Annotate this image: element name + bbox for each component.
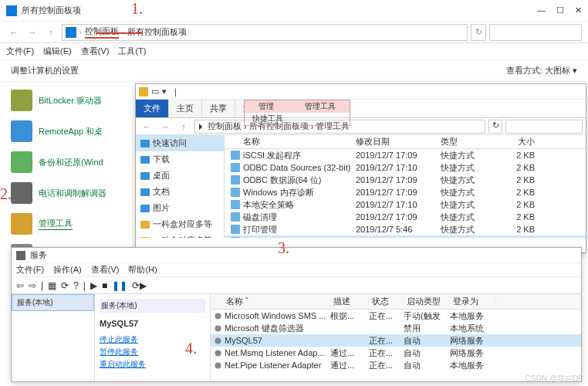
menu-help[interactable]: 帮助(H) [128,264,157,276]
menu-view[interactable]: 查看(V) [81,46,110,57]
nav-up-button[interactable]: ↑ [176,119,191,134]
ctx-group-label: 管理 [245,100,291,113]
service-startup: 自动 [404,347,450,359]
cp-icon [66,27,76,38]
menu-file[interactable]: 文件(F) [16,264,44,276]
sidebar-item[interactable]: 快速访问 [136,135,224,151]
service-row[interactable]: Microsoft 键盘筛选器禁用本地系统 [211,322,581,334]
file-row[interactable]: 本地安全策略2019/12/7 17:10快捷方式2 KB [225,198,586,211]
nav-fwd-button[interactable]: → [25,25,40,40]
col-desc[interactable]: 描述 [330,296,369,307]
service-row[interactable]: Microsoft Windows SMS ...根据...正在...手动(触发… [211,310,581,322]
ctx-group-label2: 管理工具 [291,100,350,113]
tool-refresh[interactable]: ⟳ [61,280,69,291]
cp-item-label: 备份和还原(Wind [39,157,103,168]
search-input[interactable] [505,120,583,134]
service-row[interactable]: Net.Msmq Listener Adap...通过...正在...自动网络服… [211,347,581,359]
view-mode-dropdown[interactable]: 大图标 ▾ [545,66,577,75]
tool-restart[interactable]: ⟳▶ [132,280,147,291]
menu-edit[interactable]: 编辑(E) [43,46,72,57]
menu-view[interactable]: 查看(V) [91,264,120,276]
col-logon[interactable]: 登录为 [450,296,496,307]
file-row[interactable]: 磁盘清理2019/12/7 17:09快捷方式2 KB [225,211,586,223]
file-row[interactable]: Windows 内存诊断2019/12/7 17:09快捷方式2 KB [225,186,586,198]
cp-item-label: RemoteApp 和桌 [39,126,103,137]
minimize-button[interactable]: — [537,5,546,15]
sidebar-item[interactable]: 图片 [136,200,224,216]
file-row[interactable]: 打印管理2019/12/7 5:46快捷方式2 KB [225,223,586,235]
breadcrumb-item[interactable]: 控制面板 [85,25,119,39]
action-stop[interactable]: 停止此服务 [100,334,205,345]
col-name[interactable]: 名称 [225,136,356,147]
refresh-button[interactable]: ↻ [488,120,502,134]
service-startup: 禁用 [404,323,450,334]
action-restart[interactable]: 重启动此服务 [100,359,205,370]
file-row[interactable]: ODBC Data Sources (32-bit)2019/12/7 17:1… [225,161,586,174]
tab-share[interactable]: 共享 [202,100,235,117]
nav-fwd-button[interactable]: → [157,119,173,134]
address-bar[interactable]: › 控制面板 › 所有控制面板项 [62,24,468,41]
win2-navbar: ← → ↑ 🞂 控制面板› 所有控制面板项› 管理工具 ↻ [136,118,586,135]
col-size[interactable]: 大小 [502,136,541,147]
file-size: 2 KB [502,200,541,209]
file-row[interactable]: 服务2019/12/7 17:09快捷方式2 KB [225,235,586,238]
svg-rect-1 [11,120,32,142]
tool-back[interactable]: ⇦ [16,280,24,291]
refresh-button[interactable]: ↻ [471,24,486,41]
folder-icon [140,171,150,181]
nav-back-button[interactable]: ← [6,25,22,40]
file-name: ODBC Data Sources (32-bit) [243,163,350,172]
service-desc: 通过... [330,347,369,359]
sidebar-item[interactable]: 下载 [136,151,224,168]
breadcrumb-item[interactable]: 所有控制面板项 [127,26,187,38]
tree-item-services[interactable]: 服务(本地) [12,294,94,311]
file-row[interactable]: iSCSI 发起程序2019/12/7 17:09快捷方式2 KB [225,149,586,161]
file-date: 2019/12/7 17:10 [356,163,441,172]
sidebar-item[interactable]: 一科盒对应多等 [136,232,224,238]
menu-file[interactable]: 文件(F) [6,46,34,57]
tab-home[interactable]: 主页 [169,100,202,117]
breadcrumb-item[interactable]: 控制面板 [208,120,242,132]
folder-icon [140,188,150,197]
service-status: 正在... [369,347,404,359]
win3-title: 服务 [30,249,47,261]
close-button[interactable]: ✕ [575,5,582,15]
action-pause[interactable]: 暂停此服务 [100,347,205,357]
tool-play[interactable]: ▶ [90,280,97,291]
file-row[interactable]: ODBC 数据源(64 位)2019/12/7 17:09快捷方式2 KB [225,174,586,186]
qa-item[interactable]: ▾ [162,86,167,96]
menu-tools[interactable]: 工具(T) [118,46,146,57]
sidebar-item[interactable]: 文档 [136,184,224,200]
win3-titlebar: 服务 [12,248,581,263]
tool-pause[interactable]: ❚❚ [112,280,127,291]
col-name[interactable]: 名称 ˆ [211,296,330,307]
service-row[interactable]: MySQL57正在...自动网络服务 [211,334,581,347]
tool-props[interactable]: ▦ [48,280,56,291]
tool-export[interactable]: ? [73,280,79,291]
qa-item[interactable]: ▭ [151,86,159,96]
col-startup[interactable]: 启动类型 [404,296,450,307]
tab-file[interactable]: 文件 [136,100,169,117]
svg-rect-19 [231,225,240,234]
nav-up-button[interactable]: ↑ [43,25,59,40]
file-type: 快捷方式 [441,224,502,235]
tool-stop[interactable]: ■ [102,280,107,291]
control-panel-icon [6,5,17,16]
shortcut-icon [231,188,240,197]
col-type[interactable]: 类型 [441,136,502,147]
tool-fwd[interactable]: ⇨ [29,280,36,291]
maximize-button[interactable]: ☐ [556,5,564,15]
sidebar-item[interactable]: 一科盒对应多等 [136,216,224,232]
service-row[interactable]: Net.Pipe Listener Adapter通过...正在...自动本地服… [211,359,581,371]
menu-action[interactable]: 操作(A) [53,264,82,276]
col-date[interactable]: 修改日期 [356,136,441,147]
svg-point-21 [215,313,221,319]
file-type: 快捷方式 [441,187,502,198]
sidebar-item[interactable]: 桌面 [136,168,224,184]
services-icon [16,251,25,260]
svg-rect-17 [231,200,240,209]
nav-back-button[interactable]: ← [139,119,154,134]
ctx-tab-shortcut[interactable]: 快捷工具 [245,113,291,125]
search-input[interactable] [489,24,582,41]
col-status[interactable]: 状态 [369,296,404,307]
